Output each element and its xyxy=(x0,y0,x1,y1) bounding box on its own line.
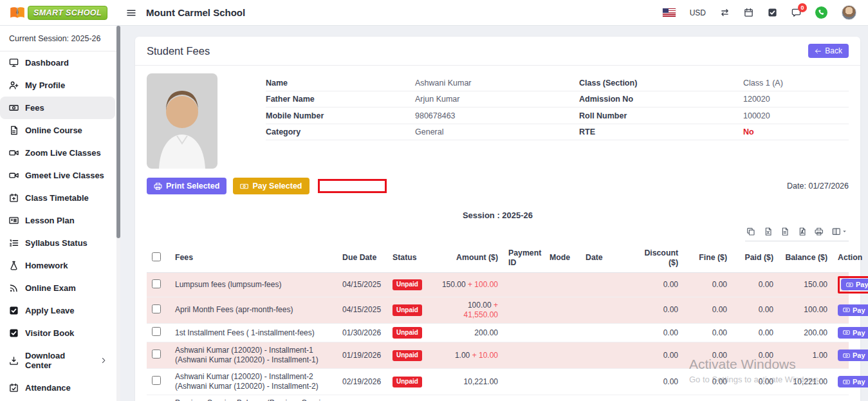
currency-label[interactable]: USD xyxy=(690,8,706,17)
sidebar-item-visitor-book[interactable]: Visitor Book xyxy=(0,322,116,344)
cash-icon xyxy=(843,329,850,336)
caret-down-icon xyxy=(842,228,847,234)
due-date: 04/15/2025 xyxy=(337,273,387,297)
field-label: Mobile Number xyxy=(266,111,415,120)
pay-selected-button[interactable]: Pay Selected xyxy=(233,178,309,194)
sidebar-item-class-timetable[interactable]: Class Timetable xyxy=(0,187,116,209)
balance: 10,221.00 xyxy=(779,369,833,395)
col-header-fees[interactable]: Fees xyxy=(170,245,337,273)
mode xyxy=(544,342,580,369)
row-checkbox[interactable] xyxy=(152,376,161,385)
fee-name: Lumpsum fees (lumpsum-fees) xyxy=(170,273,337,297)
fee-name: Ashwani Kumar (120020) - Installment-1 (… xyxy=(170,342,337,369)
cash-icon xyxy=(9,103,19,113)
col-header-payment-id[interactable]: Payment ID xyxy=(503,245,544,273)
sidebar-item-lesson-plan[interactable]: Lesson Plan xyxy=(0,209,116,232)
sidebar-item-download-center[interactable]: Download Center xyxy=(0,344,116,377)
due-date: 04/15/2025 xyxy=(337,297,387,323)
brand-name: SMART SCHOOL xyxy=(28,6,107,20)
pay-button[interactable]: Pay xyxy=(838,350,868,361)
fine: 0.00 xyxy=(683,323,732,342)
arrow-left-icon xyxy=(815,48,822,55)
due-date: 01/30/2026 xyxy=(337,323,387,342)
pay-button[interactable]: Pay xyxy=(838,304,868,316)
excel-export-icon[interactable] xyxy=(764,227,773,236)
sidebar-item-dashboard[interactable]: Dashboard xyxy=(0,51,116,74)
field-value: 120020 xyxy=(743,95,849,104)
sidebar-item-apply-leave[interactable]: Apply Leave xyxy=(0,299,116,322)
status-badge: Unpaid xyxy=(392,279,422,291)
col-header-paid[interactable]: Paid ($) xyxy=(732,245,779,273)
cash-icon xyxy=(843,378,850,386)
csv-export-icon[interactable] xyxy=(780,227,790,236)
task-icon[interactable] xyxy=(768,8,777,17)
pay-button[interactable]: Pay xyxy=(838,376,868,387)
calendar-icon[interactable] xyxy=(744,8,753,17)
red-annotation-pay: Pay xyxy=(838,276,868,294)
column-visibility-icon[interactable] xyxy=(832,227,848,236)
check-square-icon xyxy=(9,328,19,338)
calendar-check-icon xyxy=(9,383,19,393)
field-label: Father Name xyxy=(266,95,415,104)
sidebar-item-label: Apply Leave xyxy=(25,306,75,315)
app-logo[interactable]: SMART SCHOOL xyxy=(0,0,116,25)
table-row: April Month Fees (apr-month-fees) 04/15/… xyxy=(147,297,849,323)
field-value: General xyxy=(415,127,579,136)
field-label: Name xyxy=(266,79,415,88)
back-button[interactable]: Back xyxy=(808,44,849,58)
balance: 200.00 xyxy=(779,323,833,342)
amount: 200.00 xyxy=(474,328,498,337)
row-checkbox[interactable] xyxy=(152,304,161,313)
col-header-due-date[interactable]: Due Date xyxy=(337,245,387,273)
row-checkbox[interactable] xyxy=(152,350,161,359)
pay-button[interactable]: Pay xyxy=(841,279,868,290)
col-header-discount[interactable]: Discount ($) xyxy=(628,245,683,273)
sidebar-item-fees[interactable]: Fees xyxy=(0,97,115,119)
whatsapp-icon[interactable] xyxy=(815,6,827,19)
sidebar-item-attendance[interactable]: Attendance xyxy=(0,377,116,399)
pdf-export-icon[interactable] xyxy=(798,227,807,236)
pay-button[interactable]: Pay xyxy=(838,327,868,339)
due-date: 02/19/2026 xyxy=(337,369,387,395)
print-export-icon[interactable] xyxy=(815,227,824,236)
detail-row: Mobile Number 980678463 Roll Number 1000… xyxy=(266,107,849,124)
col-header-status[interactable]: Status xyxy=(387,245,435,273)
us-flag-icon[interactable] xyxy=(663,8,676,17)
sidebar-item-label: Dashboard xyxy=(25,58,69,68)
copy-export-icon[interactable] xyxy=(746,227,755,236)
sidebar-item-syllabus-status[interactable]: Syllabus Status xyxy=(0,232,116,254)
payment-date xyxy=(580,369,628,395)
select-all-checkbox[interactable] xyxy=(152,252,161,261)
sidebar-item-homework[interactable]: Homework xyxy=(0,254,116,277)
sidebar-item-gmeet-live-classes[interactable]: Gmeet Live Classes xyxy=(0,164,116,187)
flask-icon xyxy=(9,261,19,270)
col-header-balance[interactable]: Balance ($) xyxy=(779,245,833,273)
messages-button[interactable]: 0 xyxy=(791,8,801,17)
col-header-fine[interactable]: Fine ($) xyxy=(683,245,732,273)
sidebar-item-zoom-live-classes[interactable]: Zoom Live Classes xyxy=(0,142,116,164)
sidebar-item-online-exam[interactable]: Online Exam xyxy=(0,277,116,299)
fine: 0.00 xyxy=(683,273,732,297)
discount: 0.00 xyxy=(628,273,683,297)
detail-row: Category General RTE No xyxy=(266,124,849,141)
sidebar-item-label: Download Center xyxy=(25,351,93,370)
fee-name: Previous Session Balance (Previous Sessi… xyxy=(170,395,337,401)
col-header-date[interactable]: Date xyxy=(580,245,628,273)
currency-exchange-icon[interactable] xyxy=(720,8,730,17)
print-selected-button[interactable]: Print Selected xyxy=(147,178,226,194)
row-checkbox[interactable] xyxy=(152,327,161,336)
sidebar-toggle-button[interactable] xyxy=(126,8,136,18)
fees-table: Fees Due Date Status Amount ($) Payment … xyxy=(147,245,849,401)
col-header-amount[interactable]: Amount ($) xyxy=(435,245,503,273)
row-checkbox[interactable] xyxy=(152,279,161,288)
sidebar-item-my-profile[interactable]: My Profile xyxy=(0,74,116,97)
sidebar-item-online-course[interactable]: Online Course xyxy=(0,119,116,142)
status-badge: Unpaid xyxy=(392,350,422,362)
user-avatar[interactable] xyxy=(842,5,856,20)
field-value: Arjun Kumar xyxy=(415,95,579,104)
col-header-mode[interactable]: Mode xyxy=(544,245,580,273)
paid: 0.00 xyxy=(732,273,779,297)
field-label: Category xyxy=(266,127,415,136)
student-photo xyxy=(147,73,217,169)
status-badge: Unpaid xyxy=(392,377,422,388)
